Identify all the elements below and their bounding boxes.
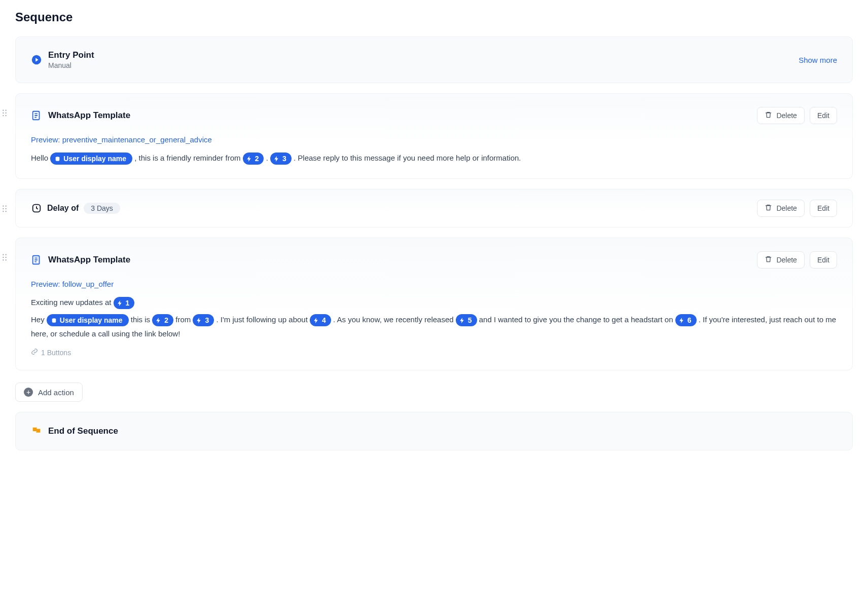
pill-label: 3 [282, 153, 286, 164]
variable-5-pill[interactable]: 5 [456, 314, 477, 326]
pill-label: 6 [688, 315, 692, 326]
text: Hey [31, 315, 47, 324]
text: this is [131, 315, 153, 324]
message-body: Hey User display name this is 2 from 3 .… [31, 313, 837, 341]
trash-icon [765, 255, 772, 264]
delete-label: Delete [776, 111, 797, 120]
text: . [266, 154, 270, 162]
link-icon [31, 348, 38, 357]
pill-label: 5 [468, 315, 472, 326]
text: . I'm just following up about [216, 315, 310, 324]
user-display-name-variable-pill[interactable]: User display name [50, 153, 132, 165]
edit-label: Edit [817, 204, 829, 212]
trash-icon [765, 204, 772, 213]
show-more-button[interactable]: Show more [799, 56, 837, 64]
message-body: Hello User display name , this is a frie… [31, 151, 837, 165]
pill-label: User display name [63, 153, 126, 164]
preview-link[interactable]: Preview: follow_up_offer [31, 280, 837, 288]
page-title: Sequence [15, 10, 853, 24]
plus-circle-icon: + [24, 388, 33, 397]
drag-handle-icon[interactable] [0, 204, 9, 213]
variable-6-pill[interactable]: 6 [675, 314, 697, 326]
timer-icon [31, 203, 42, 214]
drag-handle-icon[interactable] [0, 253, 9, 262]
step-title: WhatsApp Template [48, 110, 130, 121]
variable-2-pill[interactable]: 2 [243, 153, 264, 165]
play-circle-icon [31, 54, 42, 65]
buttons-note: 1 Buttons [31, 348, 837, 357]
add-action-label: Add action [38, 388, 74, 397]
svg-point-4 [5, 112, 6, 113]
flag-icon [31, 426, 42, 437]
svg-point-1 [3, 110, 4, 111]
delete-label: Delete [776, 204, 797, 212]
template-document-icon [31, 254, 42, 265]
edit-label: Edit [817, 111, 829, 120]
pill-label: 1 [126, 297, 130, 309]
delay-card: Delay of 3 Days Delete Edit [15, 189, 853, 227]
svg-point-17 [5, 254, 6, 255]
edit-button[interactable]: Edit [810, 107, 837, 124]
pill-label: 2 [164, 315, 168, 326]
message-header-line: Exciting new updates at 1 [31, 295, 837, 310]
delay-label: Delay of [47, 204, 79, 213]
edit-button[interactable]: Edit [810, 251, 837, 269]
delete-button[interactable]: Delete [757, 200, 804, 217]
step-title: WhatsApp Template [48, 255, 130, 265]
svg-point-6 [5, 115, 6, 116]
svg-point-16 [3, 254, 4, 255]
edit-label: Edit [817, 256, 829, 264]
delete-button[interactable]: Delete [757, 107, 804, 124]
variable-3-pill[interactable]: 3 [270, 153, 292, 165]
delete-button[interactable]: Delete [757, 251, 804, 269]
variable-2-pill[interactable]: 2 [152, 314, 173, 326]
trash-icon [765, 111, 772, 120]
add-action-button[interactable]: + Add action [15, 383, 83, 402]
variable-4-pill[interactable]: 4 [310, 314, 331, 326]
text: from [175, 315, 193, 324]
end-of-sequence-card: End of Sequence [15, 412, 853, 450]
buttons-note-label: 1 Buttons [41, 349, 71, 357]
end-title: End of Sequence [48, 426, 118, 436]
pill-label: 4 [322, 315, 326, 326]
text: , this is a friendly reminder from [134, 154, 242, 162]
pill-label: 3 [205, 315, 209, 326]
preview-link[interactable]: Preview: preventive_maintenance_or_gener… [31, 135, 837, 144]
pill-label: 2 [255, 153, 259, 164]
svg-point-2 [5, 110, 6, 111]
svg-point-19 [5, 257, 6, 258]
svg-point-11 [3, 208, 4, 209]
pill-label: User display name [60, 315, 123, 326]
variable-3-pill[interactable]: 3 [193, 314, 214, 326]
svg-point-21 [5, 259, 6, 260]
text: Exciting new updates at [31, 298, 114, 307]
svg-point-9 [3, 206, 4, 207]
whatsapp-template-card-2: WhatsApp Template Delete Edit Preview: f… [15, 238, 853, 370]
svg-point-3 [3, 112, 4, 113]
entry-point-card: Entry Point Manual Show more [15, 36, 853, 83]
entry-point-title: Entry Point [48, 50, 94, 60]
svg-point-12 [5, 208, 6, 209]
delay-value-badge: 3 Days [84, 203, 120, 214]
template-document-icon [31, 110, 42, 121]
text: . As you know, we recently released [333, 315, 456, 324]
svg-point-20 [3, 259, 4, 260]
user-display-name-variable-pill[interactable]: User display name [47, 314, 129, 326]
edit-button[interactable]: Edit [810, 200, 837, 217]
delete-label: Delete [776, 256, 797, 264]
text: . Please reply to this message if you ne… [294, 154, 521, 162]
text: Hello [31, 154, 50, 162]
drag-handle-icon[interactable] [0, 108, 9, 118]
svg-point-5 [3, 115, 4, 116]
text: and I wanted to give you the change to g… [479, 315, 675, 324]
svg-point-13 [3, 211, 4, 212]
svg-point-10 [5, 206, 6, 207]
svg-point-14 [5, 211, 6, 212]
variable-1-pill[interactable]: 1 [114, 297, 135, 309]
entry-point-subtitle: Manual [48, 61, 94, 69]
svg-point-18 [3, 257, 4, 258]
whatsapp-template-card-1: WhatsApp Template Delete Edit Preview: p… [15, 93, 853, 179]
